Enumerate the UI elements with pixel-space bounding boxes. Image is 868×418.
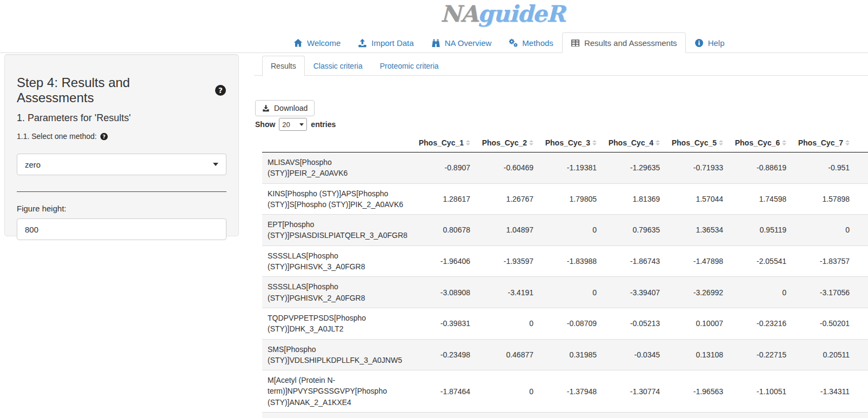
value-cell: -0.22715: [729, 339, 792, 370]
table-length-control: Show 20 entries: [255, 118, 336, 131]
filler-cell: [855, 152, 868, 184]
nav-tab-label: Methods: [522, 38, 553, 48]
row-name-column-header: [262, 134, 412, 152]
value-cell: -1.47898: [665, 246, 729, 277]
value-cell: -1.96563: [665, 370, 729, 413]
value-cell: 0: [729, 277, 792, 308]
value-cell: -0.8907: [412, 152, 476, 184]
table-row: MLISAVS[Phospho (STY)]PEIR_2_A0AVK6 -0.8…: [262, 152, 868, 184]
column-header[interactable]: Phos_Cyc_6: [729, 134, 792, 152]
table-row: SSSSLLAS[Phospho (STY)]PGHISVK_3_A0FGR8 …: [262, 246, 868, 277]
value-cell: 0.31985: [539, 339, 602, 370]
value-cell: 0.95119: [729, 215, 792, 246]
value-cell: -0.23498: [412, 339, 476, 370]
step-heading: Step 4: Results and Assessments ?: [17, 75, 226, 105]
value-cell: -3.39407: [602, 277, 665, 308]
nav-tab-label: NA Overview: [445, 38, 492, 48]
value-cell: 0.79635: [602, 215, 665, 246]
value-cell: -3.4191: [476, 277, 539, 308]
row-name-cell: SSSSLLAS[Phospho (STY)]PGHISVK_3_A0FGR8: [262, 246, 412, 277]
table-row: SSSSLLAS[Phospho (STY)]PGHISVK_2_A0FGR8 …: [262, 277, 868, 308]
question-circle-icon[interactable]: ?: [215, 84, 226, 96]
svg-text:?: ?: [218, 86, 223, 95]
nav-tab[interactable]: Methods: [500, 32, 562, 53]
column-header-label: Phos_Cyc_6: [735, 138, 780, 147]
row-name-cell: MLISAVS[Phospho (STY)]PEIR_2_A0AVK6: [262, 152, 412, 184]
column-header-label: Phos_Cyc_2: [482, 138, 527, 147]
value-cell: -1.86743: [602, 246, 665, 277]
results-subtab[interactable]: Results: [262, 56, 305, 76]
row-name-cell: TQDPVPPETPSDS[Phospho (STY)]DHK_3_A0JLT2: [262, 308, 412, 339]
nav-tab[interactable]: Welcome: [285, 32, 349, 53]
method-label-text: 1.1. Select one method:: [17, 132, 97, 141]
entries-label: entries: [311, 120, 336, 129]
value-cell: 1.81369: [602, 183, 665, 215]
sort-icon: [782, 140, 786, 145]
value-cell: -0.951: [792, 152, 855, 184]
value-cell: 1.26767: [476, 183, 539, 215]
results-table: Phos_Cyc_1 Phos_Cyc_2 Phos_Cyc_3 Phos_Cy…: [262, 134, 868, 418]
column-header[interactable]: Phos_Cyc_1: [412, 134, 476, 152]
download-button[interactable]: Download: [255, 100, 315, 116]
column-header[interactable]: Phos_Cyc_2: [476, 134, 539, 152]
row-name-cell: SMS[Phospho (STY)]VDLSHIPLKDPLLFK_3_A0JN…: [262, 339, 412, 370]
nav-tab[interactable]: Results and Assessments: [562, 32, 686, 53]
value-cell: 0.10007: [665, 308, 729, 339]
logo-na: NA: [440, 1, 478, 27]
value-cell: -1.19381: [539, 152, 602, 184]
value-cell: -2.05541: [729, 246, 792, 277]
figure-height-input[interactable]: [17, 218, 226, 240]
page-size-select[interactable]: 20: [279, 118, 307, 131]
method-label: 1.1. Select one method: ?: [17, 132, 226, 141]
app-logo: NAguideR: [440, 1, 565, 27]
filler-cell: [855, 339, 868, 370]
caret-down-icon: [299, 123, 304, 126]
value-cell: -1.96406: [412, 246, 476, 277]
filler-cell: [855, 246, 868, 277]
show-label: Show: [255, 120, 275, 129]
figure-height-label: Figure height:: [17, 204, 226, 213]
value-cell: -0.05213: [602, 308, 665, 339]
column-header[interactable]: Phos_Cyc_7: [792, 134, 855, 152]
column-header[interactable]: Phos_Cyc_5: [665, 134, 729, 152]
value-cell: -0.50201: [792, 308, 855, 339]
question-circle-icon[interactable]: ?: [100, 132, 108, 141]
column-header[interactable]: Phos_Cyc_3: [539, 134, 602, 152]
nav-tab[interactable]: Help: [686, 32, 733, 53]
sort-icon: [845, 140, 850, 145]
value-cell: 0.46877: [476, 339, 539, 370]
results-subtab[interactable]: Proteomic criteria: [371, 56, 448, 76]
value-cell: -0.60469: [476, 152, 539, 184]
method-select-value: zero: [25, 160, 41, 169]
value-cell: 0: [792, 215, 855, 246]
method-select[interactable]: zero: [17, 154, 226, 175]
value-cell: 0: [476, 370, 539, 413]
filler-cell: [855, 215, 868, 246]
column-header[interactable]: Phos_Cyc_4: [602, 134, 665, 152]
page-size-value: 20: [282, 121, 290, 129]
value-cell: -1.37948: [539, 370, 602, 413]
results-table-container: Phos_Cyc_1 Phos_Cyc_2 Phos_Cyc_3 Phos_Cy…: [254, 134, 868, 418]
row-name-cell: M[Acetyl (Protein N-term)]NPVYSPGSSGVPY[…: [262, 370, 412, 413]
value-cell: -1.93597: [476, 246, 539, 277]
nav-tab-label: Results and Assessments: [584, 38, 677, 48]
value-cell: 1.28617: [412, 183, 476, 215]
nav-tab-label: Welcome: [307, 38, 340, 48]
results-subtab[interactable]: Classic criteria: [305, 56, 371, 76]
value-cell: -1.83757: [792, 246, 855, 277]
value-cell: -0.0345: [602, 339, 665, 370]
upload-icon: [358, 38, 367, 48]
app-header: NAguideR: [0, 1, 868, 27]
value-cell: 1.57044: [665, 183, 729, 215]
divider: [17, 191, 226, 192]
column-header-label: Phos_Cyc_5: [672, 138, 717, 147]
download-icon: [262, 104, 270, 112]
nav-tab[interactable]: NA Overview: [423, 32, 500, 53]
parameters-subheading: 1. Parameters for 'Results': [17, 112, 226, 124]
nav-tab[interactable]: Import Data: [349, 32, 422, 53]
filler-cell: [855, 370, 868, 413]
caret-down-icon: [213, 163, 218, 166]
main-navbar: Welcome Import Data NA Overview Methods …: [0, 32, 868, 53]
table-row: TQDPVPPETPSDS[Phospho (STY)]DHK_3_A0JLT2…: [262, 308, 868, 339]
value-cell: 1.04897: [476, 215, 539, 246]
